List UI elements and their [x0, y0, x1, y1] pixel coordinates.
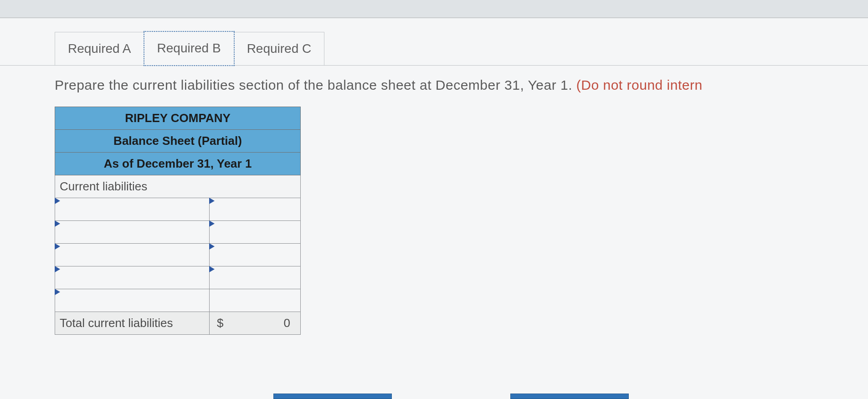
tab-required-c[interactable]: Required C: [234, 32, 325, 65]
nav-button-peek-1[interactable]: [273, 394, 392, 399]
sheet-title: Balance Sheet (Partial): [55, 130, 301, 153]
total-amount: $ 0: [210, 312, 301, 335]
liability-label-input-5[interactable]: [55, 289, 210, 312]
liability-amount-input-1[interactable]: [210, 198, 301, 221]
content-area: Required A Required B Required C Prepare…: [0, 18, 868, 399]
tab-required-a[interactable]: Required A: [55, 32, 144, 65]
dropdown-icon: [209, 198, 215, 204]
instruction-hint: (Do not round intern: [576, 77, 703, 92]
liability-amount-input-5[interactable]: [210, 289, 301, 312]
dropdown-icon: [55, 289, 60, 295]
nav-button-peek-2[interactable]: [510, 394, 629, 399]
liability-amount-input-2[interactable]: [210, 221, 301, 244]
instruction-text: Prepare the current liabilities section …: [55, 66, 868, 107]
total-value: 0: [284, 316, 296, 330]
liability-label-input-3[interactable]: [55, 244, 210, 266]
liability-label-input-2[interactable]: [55, 221, 210, 244]
dropdown-icon: [55, 243, 60, 250]
dropdown-icon: [209, 220, 215, 227]
liability-amount-input-3[interactable]: [210, 244, 301, 266]
top-bar: [0, 0, 868, 18]
dropdown-icon: [55, 266, 60, 272]
balance-sheet-table: RIPLEY COMPANY Balance Sheet (Partial) A…: [55, 107, 301, 335]
liability-label-input-4[interactable]: [55, 266, 210, 289]
tab-strip: Required A Required B Required C: [55, 32, 868, 65]
sheet-asof: As of December 31, Year 1: [55, 153, 301, 175]
liability-amount-input-4[interactable]: [210, 266, 301, 289]
dropdown-icon: [55, 198, 60, 204]
company-header: RIPLEY COMPANY: [55, 107, 301, 130]
bottom-buttons-peek: [273, 394, 629, 399]
dropdown-icon: [209, 266, 215, 272]
dropdown-icon: [55, 220, 60, 227]
section-current-liabilities: Current liabilities: [55, 175, 301, 198]
liability-label-input-1[interactable]: [55, 198, 210, 221]
total-label: Total current liabilities: [55, 312, 210, 335]
currency-symbol: $: [214, 316, 223, 330]
dropdown-icon: [209, 243, 215, 250]
instruction-main: Prepare the current liabilities section …: [55, 77, 576, 92]
tab-required-b[interactable]: Required B: [144, 31, 235, 66]
